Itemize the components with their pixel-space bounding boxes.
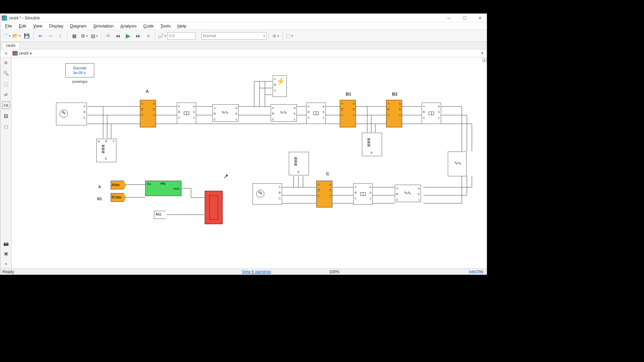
menubar: File Edit View Display Diagram Simulatio… <box>0 22 487 30</box>
from-tag-Ahz[interactable]: Ahz <box>154 211 167 219</box>
tag-label-B1: B1 <box>97 197 102 201</box>
close-button[interactable]: ✕ <box>475 15 485 21</box>
image-button[interactable]: 🖼 <box>2 112 10 120</box>
label-B1: B1 <box>346 92 352 97</box>
powergui-label: powergui <box>72 79 88 83</box>
three-phase-load[interactable] <box>448 152 467 176</box>
step-forward-button[interactable]: ⏭ <box>133 31 143 41</box>
mouse-cursor-icon <box>223 173 228 179</box>
bus-A-block[interactable]: ABC abc <box>140 100 156 127</box>
from-tag-Alabc[interactable]: Alabc <box>111 181 126 189</box>
zoom-box-button[interactable]: ⬚ <box>2 80 10 87</box>
scroll-up-button[interactable]: ▴ <box>482 58 487 63</box>
simulink-icon <box>2 15 7 21</box>
stop-time-input[interactable] <box>167 32 196 40</box>
label-B2: B2 <box>392 92 398 97</box>
menu-view[interactable]: View <box>30 23 45 29</box>
bus-B2-block[interactable]: ABC abc <box>386 100 402 127</box>
data-inspector-button[interactable]: 📈 <box>157 31 167 41</box>
model-config-button[interactable]: ⚙ <box>79 31 89 41</box>
screenshot-button[interactable]: 📷 <box>2 240 10 247</box>
area-button[interactable]: ▢ <box>2 123 10 130</box>
menu-analysis[interactable]: Analysis <box>118 23 139 29</box>
library-browser-button[interactable]: ▦ <box>69 31 79 41</box>
measure-block-4[interactable]: ABC abc <box>353 183 373 205</box>
model-tabbar: ceshi <box>0 42 487 49</box>
menu-display[interactable]: Display <box>46 23 66 29</box>
chevron-right-icon: ▶ <box>30 51 33 55</box>
model-icon <box>12 51 18 56</box>
menu-edit[interactable]: Edit <box>16 23 29 29</box>
breadcrumb-dropdown[interactable]: ▼ <box>481 51 484 55</box>
menu-file[interactable]: File <box>2 23 15 29</box>
run-button[interactable]: ▶ <box>123 31 133 41</box>
requirements-button[interactable]: ▣ <box>2 250 10 257</box>
menu-help[interactable]: Help <box>175 23 189 29</box>
menu-tools[interactable]: Tools <box>158 23 173 29</box>
annotation-button[interactable]: A≣ <box>2 102 10 109</box>
simulink-main-window: ceshi * - Simulink — ☐ ✕ File Edit View … <box>0 13 487 275</box>
from-tag-B1labc[interactable]: B1labc <box>111 193 126 202</box>
transformer-2[interactable]: ≋≋≋ ⏚ <box>362 133 382 156</box>
status-ready: Ready <box>2 269 14 274</box>
measure-block-3[interactable]: ABC abc <box>422 103 441 124</box>
hide-browser-button[interactable]: ⊛ <box>2 50 10 57</box>
minimize-button[interactable]: — <box>444 15 454 21</box>
label-C: C <box>326 171 329 176</box>
solver-label[interactable]: ode23tb <box>469 269 483 274</box>
toolbar: 📄 📂 💾 ⬅ ➡ ⬆ ▦ ⚙ ▤ ⟲ ⏮ ▶ ⏭ ■ 📈 Normal▾ ⊘ … <box>0 30 487 42</box>
menu-diagram[interactable]: Diagram <box>67 23 89 29</box>
view-warnings-link[interactable]: View 6 warnings <box>242 269 271 274</box>
fit-to-view-button[interactable]: 🔍 <box>2 69 10 77</box>
menu-simulation[interactable]: Simulation <box>91 23 116 29</box>
titlebar: ceshi * - Simulink — ☐ ✕ <box>0 14 487 22</box>
transformer-1[interactable]: ABC ≋≋≋ ⏚ <box>96 139 116 162</box>
maximize-button[interactable]: ☐ <box>460 15 469 21</box>
update-diagram-button[interactable]: ⊘ <box>271 31 280 41</box>
menu-code[interactable]: Code <box>141 23 156 29</box>
subsystem-block[interactable]: In1 deg Out1 <box>145 181 181 196</box>
bus-B1-block[interactable]: ABC abc <box>340 100 356 127</box>
fast-restart-button[interactable]: ⟲ <box>103 31 113 41</box>
hide-palette-button[interactable]: ⊛ <box>2 59 10 66</box>
powergui-block[interactable]: Discrete 5e-05 s. <box>65 63 94 77</box>
zoom-level[interactable]: 100% <box>329 269 339 274</box>
rlc-block-3[interactable]: ABC abc <box>395 185 421 202</box>
tag-label-A: A <box>98 185 101 189</box>
statusbar: Ready View 6 warnings 100% ode23tb <box>0 268 487 275</box>
three-phase-fault-block[interactable]: ABC <box>273 75 287 97</box>
rlc-block-2[interactable]: ABC abc <box>271 104 297 122</box>
three-phase-source-1[interactable]: ABC <box>56 103 87 125</box>
step-back-button[interactable]: ⏮ <box>113 31 123 41</box>
scope-block[interactable] <box>205 191 223 224</box>
lightning-icon <box>276 77 285 86</box>
rlc-block-1[interactable]: ABC abc <box>212 104 238 122</box>
build-button[interactable]: ⬚ <box>285 31 294 41</box>
breadcrumb-root[interactable]: ceshi <box>19 51 29 56</box>
autoarrange-button[interactable]: ⇄ <box>2 91 10 98</box>
forward-button[interactable]: ➡ <box>46 31 55 41</box>
new-model-button[interactable]: 📄 <box>2 31 11 41</box>
tab-ceshi[interactable]: ceshi <box>2 42 20 49</box>
palette-bar: ⊛ 🔍 ⬚ ⇄ A≣ 🖼 ▢ 📷 ▣ » <box>0 57 12 268</box>
label-A: A <box>146 89 149 94</box>
bus-C-block[interactable]: ABC abc <box>316 181 332 207</box>
breadcrumb-bar: ⊛ ceshi ▶ ▼ <box>0 49 487 57</box>
three-phase-source-2[interactable]: ABC <box>253 183 282 205</box>
up-button[interactable]: ⬆ <box>56 31 65 41</box>
scope-screen-icon <box>209 195 218 220</box>
measure-block-2[interactable]: ABC abc <box>306 103 326 124</box>
save-button[interactable]: 💾 <box>22 31 31 41</box>
measure-block-1[interactable]: ABC abc <box>177 103 196 124</box>
window-title: ceshi * - Simulink <box>9 16 40 20</box>
back-button[interactable]: ⬅ <box>36 31 45 41</box>
transformer-3[interactable]: ≋≋≋ ⏚ <box>289 152 309 175</box>
open-button[interactable]: 📂 <box>12 31 21 41</box>
model-canvas[interactable]: ▴ <box>12 57 487 268</box>
stop-button[interactable]: ■ <box>144 31 153 41</box>
expand-palette-button[interactable]: » <box>2 260 10 267</box>
simulation-mode-select[interactable]: Normal▾ <box>201 32 267 40</box>
model-explorer-button[interactable]: ▤ <box>90 31 99 41</box>
